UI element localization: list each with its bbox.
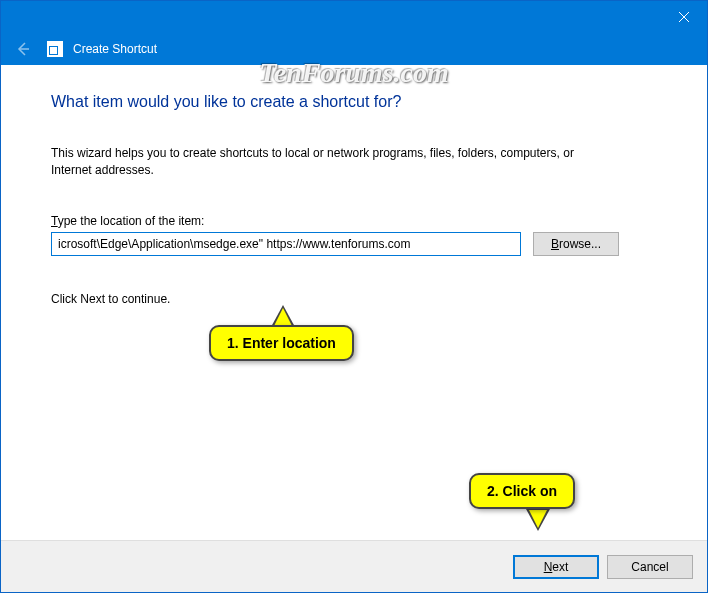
callout2-tail: [526, 509, 550, 531]
annotation-enter-location: 1. Enter location: [209, 325, 354, 361]
titlebar: [1, 1, 707, 33]
next-button[interactable]: Next: [513, 555, 599, 579]
intro-text: This wizard helps you to create shortcut…: [51, 145, 611, 180]
button-bar: Next Cancel: [1, 540, 707, 592]
shortcut-icon: [47, 41, 63, 57]
callout1-tail: [271, 305, 295, 327]
wizard-content: What item would you like to create a sho…: [1, 65, 707, 540]
cancel-button[interactable]: Cancel: [607, 555, 693, 579]
wizard-header: Create Shortcut: [1, 33, 707, 65]
back-button[interactable]: [13, 39, 33, 59]
close-button[interactable]: [661, 1, 707, 33]
back-arrow-icon: [15, 41, 31, 57]
page-heading: What item would you like to create a sho…: [51, 93, 665, 111]
browse-button[interactable]: Browse...: [533, 232, 619, 256]
close-icon: [679, 12, 689, 22]
annotation-click-on: 2. Click on: [469, 473, 575, 509]
location-input[interactable]: [51, 232, 521, 256]
wizard-title: Create Shortcut: [73, 42, 157, 56]
continue-text: Click Next to continue.: [51, 292, 665, 306]
location-label: Type the location of the item:: [51, 214, 665, 228]
